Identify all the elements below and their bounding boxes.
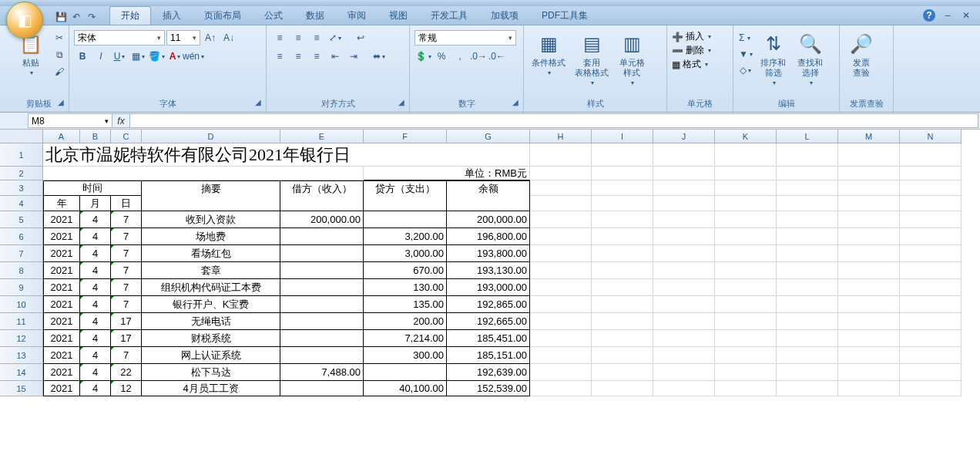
cell[interactable] [900, 167, 962, 180]
cell[interactable]: 银行开户、K宝费 [142, 296, 280, 313]
indent-inc-icon[interactable]: ⇥ [345, 49, 362, 64]
minimize-ribbon-icon[interactable]: – [941, 9, 954, 22]
cell[interactable] [530, 211, 592, 228]
cell[interactable] [715, 381, 777, 396]
cell[interactable] [653, 279, 715, 296]
cell[interactable] [592, 313, 653, 330]
cell[interactable] [900, 279, 962, 296]
cell[interactable] [777, 347, 838, 364]
cell[interactable]: 152,539.00 [447, 381, 530, 396]
cell[interactable] [530, 180, 592, 196]
cell[interactable]: 7 [111, 262, 142, 279]
cell[interactable] [777, 211, 838, 228]
row-header[interactable]: 14 [0, 364, 43, 381]
fx-icon[interactable]: fx [112, 116, 129, 126]
cell[interactable]: 月 [80, 196, 111, 211]
col-header[interactable]: B [80, 130, 111, 143]
cell[interactable] [280, 262, 364, 279]
cell[interactable] [653, 347, 715, 364]
delete-button[interactable]: ➖删除▾ [672, 44, 711, 57]
tab-6[interactable]: 视图 [378, 6, 419, 25]
help-icon[interactable]: ? [923, 9, 935, 22]
tab-5[interactable]: 审阅 [336, 6, 378, 25]
cell[interactable]: 17 [111, 330, 142, 347]
tab-7[interactable]: 开发工具 [419, 6, 479, 25]
cell[interactable] [592, 347, 653, 364]
cell[interactable]: 收到入资款 [142, 211, 280, 228]
cell[interactable]: 摘要 [142, 180, 280, 196]
cell[interactable] [530, 262, 592, 279]
cell-style-button[interactable]: ▥单元格 样式▾ [615, 30, 649, 89]
font-color-button[interactable]: A▾ [166, 49, 183, 64]
launcher-icon[interactable]: ◢ [56, 98, 65, 107]
cell[interactable] [280, 296, 364, 313]
inc-decimal-icon[interactable]: .0→ [470, 49, 487, 64]
cell[interactable]: 4 [80, 245, 111, 262]
cell[interactable]: 7 [111, 245, 142, 262]
cell[interactable] [530, 167, 592, 180]
cell[interactable]: 185,451.00 [447, 330, 530, 347]
office-button[interactable]: ◧ [6, 2, 43, 39]
cell[interactable]: 借方（收入） [280, 180, 364, 196]
cell[interactable] [653, 211, 715, 228]
copy-icon[interactable]: ⧉ [51, 47, 68, 62]
cell[interactable]: 贷方（支出） [364, 180, 447, 196]
cell[interactable] [447, 196, 530, 211]
cell[interactable]: 组织机构代码证工本费 [142, 279, 280, 296]
cell[interactable]: 2021 [43, 330, 80, 347]
insert-button[interactable]: ➕插入▾ [672, 30, 711, 43]
cell[interactable]: 4 [80, 347, 111, 364]
cell[interactable] [592, 296, 653, 313]
cell[interactable]: 7 [111, 228, 142, 245]
cell[interactable] [715, 296, 777, 313]
dec-decimal-icon[interactable]: .0← [488, 49, 505, 64]
cell[interactable]: 22 [111, 364, 142, 381]
cell[interactable] [838, 381, 900, 396]
name-box[interactable]: M8▾ [28, 113, 112, 128]
cell[interactable]: 135.00 [364, 296, 447, 313]
cell[interactable] [280, 245, 364, 262]
cell[interactable]: 4 [80, 228, 111, 245]
cell[interactable] [838, 262, 900, 279]
cell[interactable] [653, 296, 715, 313]
cell[interactable] [592, 196, 653, 211]
cell[interactable] [592, 262, 653, 279]
cell[interactable]: 670.00 [364, 262, 447, 279]
cell[interactable]: 余额 [447, 180, 530, 196]
cell[interactable] [715, 196, 777, 211]
col-header[interactable]: A [43, 130, 80, 143]
cell[interactable] [777, 228, 838, 245]
align-center-icon[interactable]: ≡ [290, 49, 307, 64]
cond-format-button[interactable]: ▦条件格式▾ [529, 30, 569, 79]
cell[interactable] [530, 196, 592, 211]
cell[interactable]: 7 [111, 296, 142, 313]
cell[interactable]: 196,800.00 [447, 228, 530, 245]
cell[interactable]: 2021 [43, 245, 80, 262]
cell[interactable]: 7 [111, 211, 142, 228]
cell[interactable]: 时间 [43, 180, 142, 196]
col-header[interactable]: N [900, 130, 962, 143]
cell[interactable] [838, 143, 900, 167]
cell[interactable] [592, 364, 653, 381]
cell[interactable] [838, 196, 900, 211]
row-header[interactable]: 12 [0, 330, 43, 347]
cell[interactable]: 7,214.00 [364, 330, 447, 347]
format-button[interactable]: ▦格式▾ [672, 58, 708, 71]
cell[interactable] [715, 180, 777, 196]
cell[interactable] [777, 196, 838, 211]
cell[interactable]: 4 [80, 381, 111, 396]
cell[interactable] [653, 262, 715, 279]
row-header[interactable]: 1 [0, 143, 43, 167]
cell[interactable]: 2021 [43, 296, 80, 313]
col-header[interactable]: J [653, 130, 715, 143]
row-header[interactable]: 15 [0, 381, 43, 396]
cell[interactable]: 2021 [43, 313, 80, 330]
tab-2[interactable]: 页面布局 [193, 6, 253, 25]
cell[interactable] [900, 313, 962, 330]
col-header[interactable]: D [142, 130, 280, 143]
col-header[interactable]: E [280, 130, 364, 143]
cell[interactable]: 场地费 [142, 228, 280, 245]
merge-center-button[interactable]: ⬌▾ [364, 49, 394, 64]
cell[interactable]: 2021 [43, 347, 80, 364]
row-header[interactable]: 13 [0, 347, 43, 364]
